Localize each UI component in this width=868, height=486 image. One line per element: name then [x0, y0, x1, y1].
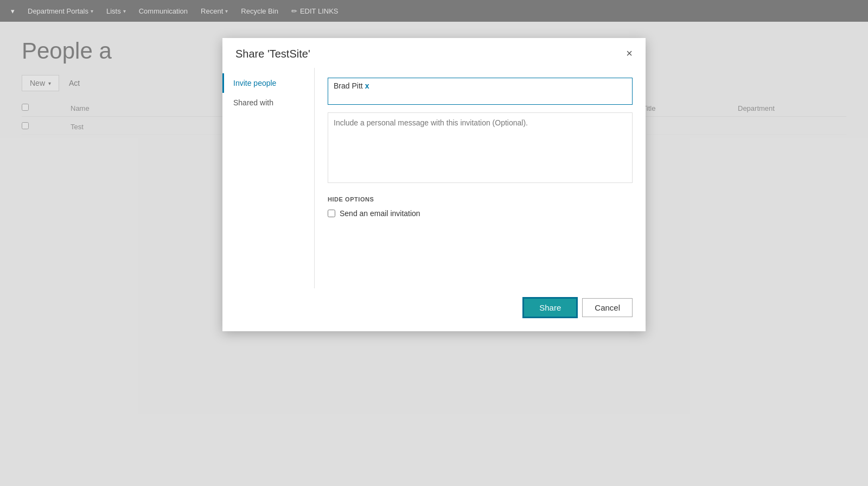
modal-sidebar: Invite people Shared with	[222, 68, 315, 288]
remove-person-button[interactable]: x	[365, 81, 369, 90]
modal-title: Share 'TestSite'	[235, 48, 310, 60]
tab-invite-people[interactable]: Invite people	[222, 73, 314, 93]
cancel-button[interactable]: Cancel	[582, 298, 633, 317]
share-dialog: Share 'TestSite' × Invite people Shared …	[222, 38, 646, 331]
invite-input-wrapper[interactable]: Brad Pitt x	[328, 78, 633, 105]
modal-header: Share 'TestSite' ×	[222, 38, 646, 68]
hide-options-toggle[interactable]: HIDE OPTIONS	[328, 194, 633, 204]
share-button[interactable]: Share	[522, 297, 578, 318]
tab-shared-with[interactable]: Shared with	[222, 93, 314, 112]
modal-main-content: Brad Pitt x HIDE OPTIONS Send an email i…	[315, 68, 646, 288]
modal-footer: Share Cancel	[222, 288, 646, 331]
modal-overlay: Share 'TestSite' × Invite people Shared …	[0, 0, 868, 486]
close-button[interactable]: ×	[626, 48, 633, 59]
email-checkbox-row: Send an email invitation	[328, 209, 633, 218]
email-invite-label[interactable]: Send an email invitation	[340, 209, 420, 218]
hide-options-label: HIDE OPTIONS	[328, 196, 374, 203]
person-tag: Brad Pitt x	[334, 81, 369, 90]
modal-body: Invite people Shared with Brad Pitt x	[222, 68, 646, 288]
message-textarea[interactable]	[328, 112, 633, 183]
person-name: Brad Pitt	[334, 81, 363, 90]
email-invite-checkbox[interactable]	[328, 210, 335, 217]
